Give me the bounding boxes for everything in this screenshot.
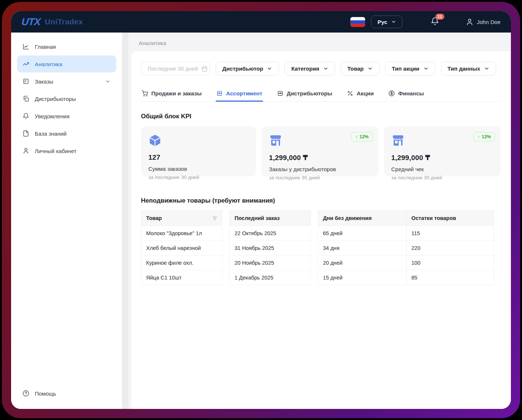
notifications-button[interactable]: 21 [431,17,439,27]
table-cell-days-idle: 65 дней [318,226,406,240]
tab-sales-orders[interactable]: Продажи и заказы [141,87,202,101]
line-chart-icon [23,43,29,50]
filter-funnel-icon[interactable] [212,216,217,221]
storefront-icon [391,134,405,147]
filter-promo-type-dropdown[interactable]: Тип акции [385,62,435,75]
calendar-icon [202,66,208,72]
document-icon [23,130,29,137]
tab-finance[interactable]: Финансы [388,87,425,101]
kpi-growth-badge: ↑ 12% [474,132,495,142]
table-cell-last-order: 31 Ноябрь 2025 [230,240,310,255]
filter-label: Тип данных [448,65,480,72]
tab-assortment[interactable]: Ассортимент [216,87,263,101]
chevron-down-icon [323,66,329,71]
tab-label: Финансы [398,90,424,96]
sidebar-item-orders[interactable]: Заказы [17,73,116,90]
kpi-card-distributor-orders: ↑ 12% 1,299,000 ₸ Заказы у дистрибьюторо… [262,126,378,176]
chevron-down-icon [105,79,111,84]
table-cell-product: Яйца С1 10шт [141,270,222,285]
kpi-label: Сумма заказов [148,166,249,172]
bell-icon [23,113,29,119]
stale-products-table: Товар Молоко "Здоровье" 1л Хлеб белый на… [141,210,501,285]
table-cell-stock: 115 [406,226,494,240]
chevron-down-icon [391,19,396,24]
sidebar-item-distributors[interactable]: Дистрибьюторы [17,90,116,107]
table-cell-stock: 100 [406,255,494,270]
sidebar-item-help[interactable]: Помощь [17,385,116,402]
table-cell-stock: 220 [406,240,494,255]
percent-icon [347,90,353,96]
sidebar-scrollbar[interactable] [122,33,128,409]
chevron-down-icon [484,66,489,71]
column-header-stock: Остатки товаров [406,211,494,226]
dollar-circle-icon [388,90,395,96]
user-icon [23,148,29,154]
date-range-placeholder: Последние 30 дней [148,65,198,72]
russia-flag-icon [350,17,365,27]
sidebar-item-notifications[interactable]: Уведомления [17,108,116,125]
storefront-icon [269,134,282,147]
kpi-value: 127 [148,153,249,162]
analytics-tabs: Продажи и заказы Ассортимент Дистрибьюто… [141,87,501,102]
kpi-growth-value: 12% [482,134,491,139]
kpi-section-title: Общий блок KPI [141,113,501,120]
table-cell-days-idle: 34 дня [318,240,406,255]
sidebar-item-label: База знаний [35,131,67,137]
kpi-sublabel: за последние 30 дней [148,175,249,180]
filter-product-dropdown[interactable]: Товар [341,62,380,75]
logo-wordmark: UniTradex [45,17,83,26]
chevron-down-icon [423,66,429,71]
sidebar-item-account[interactable]: Личный кабинет [17,142,116,159]
filter-bar: Последние 30 дней Дистрибьютор Категория [141,62,501,75]
user-icon [466,18,474,26]
tab-label: Акции [357,90,374,96]
sidebar-item-analytics[interactable]: Аналитика [17,55,116,72]
filter-label: Дистрибьютор [222,65,263,72]
sidebar: Главная Аналитика Заказы [11,33,122,409]
kpi-growth-value: 12% [359,134,368,139]
kpi-sublabel: за последние 30 дней [391,175,494,180]
filter-label: Товар [347,65,364,72]
sidebar-item-home[interactable]: Главная [17,38,116,55]
tab-distributors[interactable]: Дистрибьюторы [276,87,333,101]
table-cell-stock: 85 [406,270,494,285]
filter-label: Тип акции [392,65,420,72]
table-cell-days-idle: 20 дней [318,255,406,270]
sidebar-item-label: Аналитика [35,61,62,67]
trending-up-icon [23,61,29,67]
logo[interactable]: UTX UniTradex [21,16,83,28]
kpi-value: 1,299,000 ₸ [269,153,371,162]
tab-label: Ассортимент [226,90,262,96]
kpi-label: Средний чек [391,166,494,172]
stale-products-title: Неподвижные товары (требуют внимания) [141,197,501,204]
main-area: Аналитика Последние 30 дней Дистрибьютор [128,33,511,409]
table-cell-last-order: 1 Декабрь 2025 [230,270,310,285]
table-cell-product: Куриное филе охл. [141,255,222,270]
cube-icon [148,134,162,147]
filter-data-type-dropdown[interactable]: Тип данных [441,62,496,75]
user-menu[interactable]: John Doe [466,18,501,26]
arrow-up-icon: ↑ [478,134,480,139]
filter-category-dropdown[interactable]: Категория [284,62,335,75]
tab-promotions[interactable]: Акции [346,87,374,101]
kpi-cards: 127 Сумма заказов за последние 30 дней ↑… [141,126,501,176]
column-header-label: Дни без движения [323,215,372,221]
kpi-growth-badge: ↑ 12% [351,132,373,142]
help-circle-icon [23,390,29,397]
table-cell-last-order: 20 Ноябрь 2025 [230,255,310,270]
archive-box-icon [216,90,223,96]
filter-distributor-dropdown[interactable]: Дистрибьютор [216,62,279,75]
sidebar-item-label: Дистрибьюторы [35,96,76,102]
table-cell-days-idle: 15 дней [318,270,406,285]
table-cell-product: Хлеб белый нарезной [141,240,222,255]
sidebar-item-knowledge-base[interactable]: База знаний [17,125,116,142]
filter-label: Категория [291,65,319,72]
sidebar-item-label: Уведомления [35,113,70,119]
kpi-sublabel: за последние 30 дней [269,175,371,180]
date-range-input[interactable]: Последние 30 дней [141,62,210,75]
language-dropdown[interactable]: Рус [371,16,402,28]
archive-box-icon [277,90,283,96]
app-window: UTX UniTradex Рус 21 [11,11,511,409]
column-header-product: Товар [141,211,222,226]
top-bar: UTX UniTradex Рус 21 [11,11,511,33]
